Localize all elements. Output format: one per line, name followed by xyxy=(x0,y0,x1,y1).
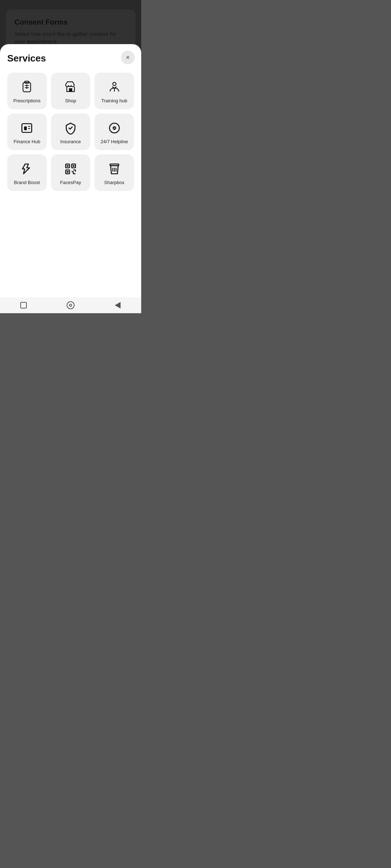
svg-rect-20 xyxy=(24,127,27,131)
svg-point-17 xyxy=(113,82,116,86)
nav-home-button[interactable] xyxy=(66,300,76,310)
insurance-service-label: Insurance xyxy=(60,139,81,144)
modal-title: Services xyxy=(7,53,134,64)
close-icon: × xyxy=(126,54,130,61)
prescriptions-service-label: Prescriptions xyxy=(13,98,41,103)
recent-icon xyxy=(20,302,27,309)
brand-boost-icon xyxy=(20,162,33,175)
service-finance-hub[interactable]: Finance Hub xyxy=(7,114,47,150)
navigation-bar xyxy=(0,297,141,313)
close-button[interactable]: × xyxy=(121,51,135,64)
home-icon xyxy=(67,301,75,309)
svg-rect-31 xyxy=(67,171,68,173)
nav-back-button[interactable] xyxy=(113,300,123,310)
service-sharpbox[interactable]: Sharpbox xyxy=(94,154,134,191)
svg-rect-29 xyxy=(73,165,75,167)
sharpbox-service-label: Sharpbox xyxy=(104,180,125,185)
nav-recent-button[interactable] xyxy=(18,300,29,310)
service-prescriptions[interactable]: Prescriptions xyxy=(7,73,47,109)
helpline-icon: ? xyxy=(108,122,121,135)
training-hub-service-label: Training hub xyxy=(101,98,127,103)
shop-service-icon xyxy=(64,81,77,94)
brand-boost-service-label: Brand Boost xyxy=(14,180,40,185)
service-brand-boost[interactable]: Brand Boost xyxy=(7,154,47,191)
insurance-icon xyxy=(64,122,77,135)
finance-hub-service-icon xyxy=(20,122,33,135)
helpline-service-label: 24/7 Helpline xyxy=(101,139,128,144)
service-helpline[interactable]: ? 24/7 Helpline xyxy=(94,114,134,150)
back-icon xyxy=(115,302,121,309)
svg-rect-27 xyxy=(67,165,68,167)
service-shop[interactable]: Shop xyxy=(51,73,91,109)
service-insurance[interactable]: Insurance xyxy=(51,114,91,150)
svg-text:?: ? xyxy=(113,127,115,131)
services-grid: Prescriptions Shop Training hub xyxy=(7,73,134,191)
services-modal: × Services Prescriptions Shop xyxy=(0,44,141,297)
home-icon-inner xyxy=(69,304,72,307)
prescriptions-service-icon xyxy=(20,81,33,94)
faces-pay-icon xyxy=(64,162,77,175)
service-faces-pay[interactable]: FacesPay xyxy=(51,154,91,191)
training-hub-icon xyxy=(108,81,121,94)
shop-service-label: Shop xyxy=(65,98,76,103)
faces-pay-service-label: FacesPay xyxy=(60,180,81,185)
finance-hub-service-label: Finance Hub xyxy=(13,139,40,144)
sharpbox-icon xyxy=(108,162,121,175)
svg-rect-16 xyxy=(69,88,72,92)
service-training-hub[interactable]: Training hub xyxy=(94,73,134,109)
